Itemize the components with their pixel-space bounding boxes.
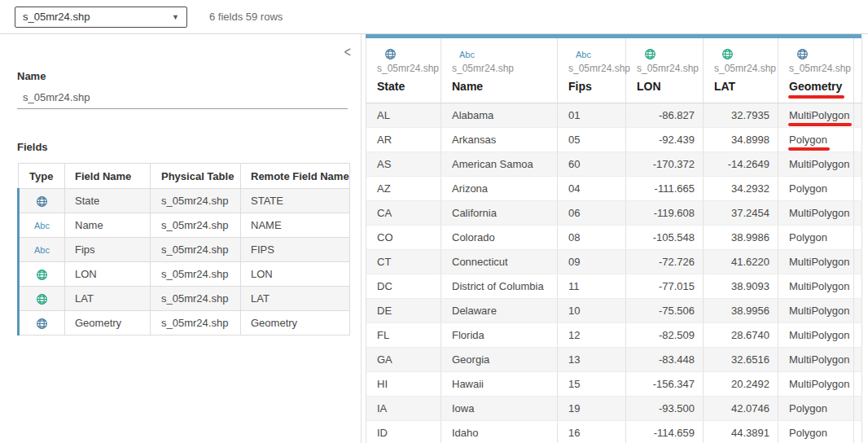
grid-cell[interactable]: MultiPolygon (778, 250, 854, 274)
grid-cell[interactable]: Georgia (441, 348, 558, 371)
grid-cell[interactable]: -114.659 (626, 421, 704, 443)
grid-cell[interactable]: -156.347 (626, 372, 704, 396)
grid-cell[interactable]: 44.3891 (704, 421, 778, 443)
fields-table-row[interactable]: AbcFipss_05mr24.shpFIPS (19, 238, 350, 262)
grid-cell[interactable]: Florida (441, 323, 558, 347)
grid-cell[interactable]: Hawaii (441, 372, 558, 396)
grid-cell[interactable]: Polygon (778, 177, 854, 200)
grid-cell[interactable]: Polygon (778, 421, 854, 443)
grid-column-header[interactable]: s_05mr24.shpGeometry (778, 38, 854, 103)
grid-cell[interactable]: DE (366, 299, 441, 322)
grid-cell[interactable]: Arizona (441, 177, 558, 200)
grid-cell[interactable]: 34.8998 (704, 128, 778, 151)
grid-cell[interactable]: 16 (558, 421, 626, 443)
grid-row-filler (854, 201, 862, 225)
grid-cell[interactable]: 04 (558, 177, 626, 200)
grid-cell[interactable]: -105.548 (626, 226, 704, 249)
grid-cell[interactable]: CO (366, 226, 441, 249)
fields-table-row[interactable]: States_05mr24.shpSTATE (19, 189, 350, 213)
grid-column-header[interactable]: s_05mr24.shpLON (626, 38, 704, 103)
grid-cell[interactable]: California (441, 201, 558, 225)
grid-cell[interactable]: 38.9986 (704, 226, 778, 249)
grid-cell[interactable]: MultiPolygon (778, 323, 854, 347)
grid-cell[interactable]: -92.439 (626, 128, 704, 151)
grid-cell[interactable]: -119.608 (626, 201, 704, 225)
grid-cell[interactable]: CA (366, 201, 441, 225)
grid-cell[interactable]: MultiPolygon (778, 152, 854, 176)
grid-cell[interactable]: 09 (558, 250, 626, 274)
grid-cell[interactable]: Polygon (778, 226, 854, 249)
grid-cell[interactable]: -170.372 (626, 152, 704, 176)
grid-cell[interactable]: CT (366, 250, 441, 274)
grid-cell[interactable]: HI (366, 372, 441, 396)
grid-cell[interactable]: 37.2454 (704, 201, 778, 225)
grid-cell[interactable]: FL (366, 323, 441, 347)
grid-cell[interactable]: AZ (366, 177, 441, 200)
grid-cell[interactable]: American Samoa (441, 152, 558, 176)
grid-cell[interactable]: 12 (558, 323, 626, 347)
grid-cell[interactable]: 10 (558, 299, 626, 322)
grid-cell[interactable]: -93.500 (626, 397, 704, 420)
grid-cell[interactable]: 28.6740 (704, 323, 778, 347)
grid-cell[interactable]: Polygon (778, 128, 854, 151)
grid-cell[interactable]: -72.726 (626, 250, 704, 274)
grid-cell[interactable]: 34.2932 (704, 177, 778, 200)
grid-cell[interactable]: 60 (558, 152, 626, 176)
collapse-panel-chevron-left-icon[interactable]: < (344, 44, 351, 59)
grid-cell[interactable]: -75.506 (626, 299, 704, 322)
grid-cell[interactable]: MultiPolygon (778, 103, 854, 127)
grid-cell[interactable]: 01 (558, 103, 626, 127)
fields-table-row[interactable]: LONs_05mr24.shpLON (19, 262, 350, 287)
grid-cell[interactable]: 38.9956 (704, 299, 778, 322)
grid-cell[interactable]: 20.2492 (704, 372, 778, 396)
grid-cell[interactable]: 06 (558, 201, 626, 225)
grid-cell[interactable]: Delaware (441, 299, 558, 322)
grid-cell[interactable]: MultiPolygon (778, 201, 854, 225)
grid-cell[interactable]: GA (366, 348, 441, 371)
grid-cell[interactable]: 15 (558, 372, 626, 396)
grid-column-header[interactable]: Abcs_05mr24.shpName (441, 38, 558, 103)
grid-cell[interactable]: MultiPolygon (778, 372, 854, 396)
grid-cell[interactable]: Connecticut (441, 250, 558, 274)
grid-cell[interactable]: 38.9093 (704, 274, 778, 298)
grid-cell[interactable]: 41.6220 (704, 250, 778, 274)
grid-cell[interactable]: MultiPolygon (778, 348, 854, 371)
grid-column-header[interactable]: Abcs_05mr24.shpFips (558, 38, 626, 103)
grid-cell[interactable]: Idaho (441, 421, 558, 443)
grid-cell[interactable]: -111.665 (626, 177, 704, 200)
grid-cell[interactable]: IA (366, 397, 441, 420)
fields-table-row[interactable]: LATs_05mr24.shpLAT (19, 287, 350, 311)
fields-table-row[interactable]: Geometrys_05mr24.shpGeometry (19, 311, 350, 336)
grid-cell[interactable]: -86.827 (626, 103, 704, 127)
grid-cell[interactable]: 11 (558, 274, 626, 298)
grid-column-header[interactable]: s_05mr24.shpState (366, 38, 441, 103)
grid-cell[interactable]: ID (366, 421, 441, 443)
grid-cell[interactable]: -77.015 (626, 274, 704, 298)
grid-cell[interactable]: 13 (558, 348, 626, 371)
grid-cell[interactable]: Arkansas (441, 128, 558, 151)
grid-cell[interactable]: AS (366, 152, 441, 176)
grid-cell[interactable]: District of Columbia (441, 274, 558, 298)
table-name-input[interactable]: s_05mr24.shp (17, 90, 348, 109)
grid-cell[interactable]: 42.0746 (704, 397, 778, 420)
grid-cell[interactable]: -14.2649 (704, 152, 778, 176)
grid-cell[interactable]: MultiPolygon (778, 299, 854, 322)
grid-cell[interactable]: Polygon (778, 397, 854, 420)
grid-cell[interactable]: 05 (558, 128, 626, 151)
grid-cell[interactable]: 32.7935 (704, 103, 778, 127)
grid-cell[interactable]: -82.509 (626, 323, 704, 347)
grid-cell[interactable]: Colorado (441, 226, 558, 249)
table-selector-dropdown[interactable]: s_05mr24.shp ▼ (15, 7, 187, 28)
fields-table-row[interactable]: AbcNames_05mr24.shpNAME (19, 213, 350, 238)
grid-column-header[interactable]: s_05mr24.shpLAT (704, 38, 778, 103)
grid-cell[interactable]: -83.448 (626, 348, 704, 371)
grid-cell[interactable]: 08 (558, 226, 626, 249)
grid-cell[interactable]: 32.6516 (704, 348, 778, 371)
grid-cell[interactable]: 19 (558, 397, 626, 420)
grid-cell[interactable]: Alabama (441, 103, 558, 127)
grid-cell[interactable]: Iowa (441, 397, 558, 420)
grid-cell[interactable]: DC (366, 274, 441, 298)
grid-cell[interactable]: AL (366, 103, 441, 127)
grid-cell[interactable]: AR (366, 128, 441, 151)
grid-cell[interactable]: MultiPolygon (778, 274, 854, 298)
